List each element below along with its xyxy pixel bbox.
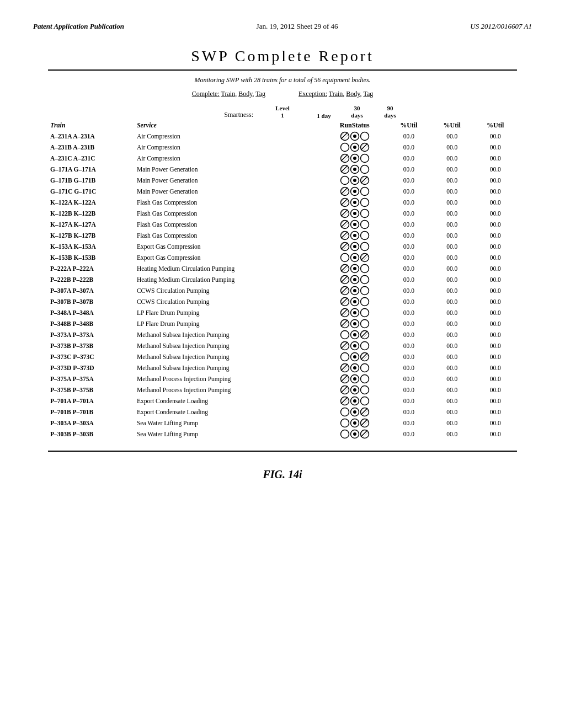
cell-train: P–375B P–375B [48,384,135,395]
complete-body-link[interactable]: Body [238,90,252,98]
svg-point-135 [360,309,369,317]
cell-util30: 00.0 [430,318,473,329]
cell-runstatus [322,208,387,219]
cell-train: P–307A P–307A [48,285,135,296]
cell-util1: 00.0 [387,186,430,197]
cell-util1: 00.0 [387,373,430,384]
svg-point-160 [340,353,349,361]
svg-point-102 [353,267,356,270]
cell-util1: 00.0 [387,252,430,263]
svg-point-143 [360,320,369,328]
cell-train: P–373D P–373D [48,362,135,373]
cell-train: K–153B K–153B [48,252,135,263]
cell-train: K–153A K–153A [48,241,135,252]
table-row: A–231B A–231BAir Compression 00.000.000.… [48,142,517,153]
cell-util90: 00.0 [474,142,517,153]
svg-point-87 [360,243,369,251]
svg-point-35 [360,176,369,185]
cell-service: LP Flare Drum Pumping [135,307,322,318]
table-row: G–171C G–171CMain Power Generation 00.00… [48,186,517,197]
svg-point-0 [340,132,349,141]
table-row: P–701B P–701BExport Condensate Loading 0… [48,406,517,417]
svg-point-176 [340,375,349,383]
cell-train: A–231A A–231A [48,131,135,142]
cell-runstatus [322,175,387,186]
cell-util30: 00.0 [430,164,473,175]
cell-service: Methanol Subsea Injection Pumping [135,340,322,351]
cell-util30: 00.0 [430,296,473,307]
svg-point-55 [360,199,369,207]
svg-point-111 [360,276,369,284]
complete-train-link[interactable]: Train [221,90,236,98]
cell-util1: 00.0 [387,318,430,329]
table-row: K–122B K–122BFlash Gas Compression 00.00… [48,208,517,219]
data-table: Train Service RunStatus %Util %Util %Uti… [48,120,517,440]
level-number: 1 [258,112,307,119]
table-row: P–222B P–222BHeating Medium Circulation … [48,274,517,285]
cell-util1: 00.0 [387,274,430,285]
table-row: P–701A P–701AExport Condensate Loading 0… [48,395,517,406]
svg-point-168 [340,364,349,372]
svg-point-24 [340,165,349,174]
cell-util1: 00.0 [387,230,430,241]
cell-service: Main Power Generation [135,186,322,197]
cell-service: Air Compression [135,131,322,142]
cell-util30: 00.0 [430,131,473,142]
cell-train: P–373C P–373C [48,351,135,362]
col-30days: 30 days [340,105,374,119]
cell-runstatus [322,318,387,329]
svg-point-71 [360,221,369,229]
exception-train-link[interactable]: Train [329,90,343,98]
cell-util90: 00.0 [474,417,517,429]
cell-runstatus [322,142,387,153]
cell-runstatus [322,131,387,142]
cell-runstatus [322,230,387,241]
cell-train: K–122A K–122A [48,197,135,208]
complete-tag-link[interactable]: Tag [255,90,265,98]
patent-label: Patent Application Publication [33,22,124,31]
svg-point-146 [353,333,356,336]
cell-service: LP Flare Drum Pumping [135,318,322,329]
col-util90-header: %Util [474,120,517,131]
svg-point-34 [353,179,356,182]
cell-util30: 00.0 [430,186,473,197]
cell-util90: 00.0 [474,153,517,164]
svg-point-6 [353,135,356,138]
svg-point-202 [353,410,356,414]
cell-train: G–171B G–171B [48,175,135,186]
table-row: K–153A K–153AExport Gas Compression 00.0… [48,241,517,252]
cell-util30: 00.0 [430,406,473,417]
cell-util90: 00.0 [474,230,517,241]
cell-util30: 00.0 [430,263,473,274]
svg-point-30 [353,168,356,171]
svg-point-80 [340,243,349,251]
svg-point-200 [340,408,349,416]
cell-service: Main Power Generation [135,175,322,186]
svg-point-163 [360,353,369,361]
cell-util1: 00.0 [387,395,430,406]
cell-util30: 00.0 [430,219,473,230]
svg-point-218 [353,432,356,436]
svg-point-118 [353,289,356,292]
cell-util30: 00.0 [430,208,473,219]
cell-service: Air Compression [135,153,322,164]
svg-point-103 [360,265,369,273]
cell-util90: 00.0 [474,274,517,285]
cell-runstatus [322,197,387,208]
svg-point-162 [353,355,356,358]
cell-train: P–222A P–222A [48,263,135,274]
exception-body-link[interactable]: Body [346,90,360,98]
cell-util90: 00.0 [474,384,517,395]
cell-train: P–701A P–701A [48,395,135,406]
svg-point-136 [340,320,349,328]
svg-point-40 [340,188,349,196]
table-row: P–307A P–307ACCWS Circulation Pumping 00… [48,285,517,296]
cell-util90: 00.0 [474,373,517,384]
cell-service: Main Power Generation [135,164,322,175]
svg-point-8 [340,143,349,152]
exception-tag-link[interactable]: Tag [363,90,373,98]
level-label: Level [258,105,307,112]
cell-runstatus [322,153,387,164]
cell-runstatus [322,429,387,440]
svg-point-152 [340,342,349,350]
